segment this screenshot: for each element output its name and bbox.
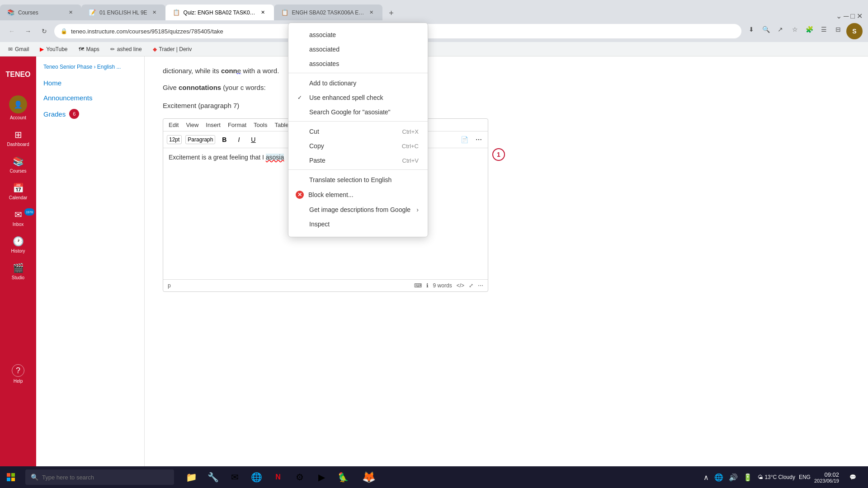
rte-underline-button[interactable]: U (248, 134, 259, 145)
rte-menu-tools[interactable]: Tools (252, 121, 269, 129)
menu-btn[interactable]: ☰ (817, 23, 830, 36)
ctx-enhanced-spell[interactable]: ✓ Use enhanced spell check (288, 90, 428, 105)
tab-courses[interactable]: 📚 Courses ✕ (0, 5, 81, 20)
close-btn[interactable]: ✕ (857, 12, 863, 20)
sidebar-item-dashboard[interactable]: ⊞ Dashboard (0, 125, 36, 151)
tab-english[interactable]: 📝 01 ENGLISH HL 9E ✕ (81, 5, 165, 20)
inspect-label: Inspect (309, 221, 330, 228)
taskbar-app-settings[interactable]: ⚙ (290, 467, 310, 487)
ctx-cut[interactable]: Cut Ctrl+X (288, 124, 428, 139)
rte-source-btn[interactable]: 📄 (459, 134, 470, 145)
taskbar-apps: 📁 🔧 ✉ 🌐 N ⚙ ▶ 🦜 (181, 467, 353, 487)
rte-menu-insert[interactable]: Insert (204, 121, 222, 129)
maximize-btn[interactable]: □ (850, 12, 855, 20)
paste-label: Paste (309, 157, 326, 164)
share-btn[interactable]: ↗ (774, 23, 787, 36)
ctx-paste[interactable]: Paste Ctrl+V (288, 153, 428, 168)
bookmark-ashed[interactable]: ✏ ashed line (108, 45, 145, 53)
sidebar-item-studio[interactable]: 🎬 Studio (0, 258, 36, 285)
bookmark-maps[interactable]: 🗺 Maps (76, 45, 102, 53)
rte-paragraph-select[interactable]: Paragraph (185, 135, 215, 144)
extension-btn[interactable]: 🧩 (803, 23, 816, 36)
bookmark-youtube[interactable]: ▶ YouTube (37, 45, 70, 53)
bookmark-btn[interactable]: ☆ (788, 23, 801, 36)
cut-shortcut: Ctrl+X (402, 128, 419, 135)
rte-more-btn[interactable]: ⋯ (473, 134, 484, 145)
taskbar-app-browser[interactable]: 🌐 (246, 467, 266, 487)
sidebar-item-inbox[interactable]: ✉ Inbox 1978 (0, 205, 36, 231)
bookmark-trader[interactable]: ◆ Trader | Deriv (150, 45, 195, 53)
history-label: History (11, 249, 25, 253)
taskbar-search-box[interactable]: 🔍 (25, 469, 174, 485)
taskbar-app-owl[interactable]: 🦜 (333, 467, 353, 487)
taskbar-clock[interactable]: 09:02 2023/06/19 (814, 471, 839, 483)
rte-font-size[interactable]: 12pt (167, 135, 182, 144)
notification-button[interactable]: 💬 (843, 467, 863, 487)
canvas-logo[interactable]: TENEO (5, 62, 31, 87)
sidebar-item-history[interactable]: 🕐 History (0, 231, 36, 258)
taskbar-app-filepicker[interactable]: 📁 (181, 467, 201, 487)
tray-speaker-icon[interactable]: 🔊 (727, 471, 740, 483)
start-button[interactable] (0, 466, 22, 488)
right-panel (841, 56, 868, 488)
tab-close-courses[interactable]: ✕ (67, 9, 74, 16)
ctx-search-google[interactable]: Search Google for "asosiate" (288, 105, 428, 119)
rte-italic-button[interactable]: I (233, 134, 244, 145)
rte-options-icon[interactable]: ⋯ (478, 282, 483, 289)
ctx-block-element[interactable]: ✕ Block element... (288, 187, 428, 202)
bookmark-gmail[interactable]: ✉ Gmail (5, 45, 32, 53)
tab-close-english[interactable]: ✕ (151, 9, 158, 16)
forward-button[interactable]: → (22, 25, 34, 38)
sidebar-item-account[interactable]: 👤 Account (0, 91, 36, 125)
sidebar-item-help[interactable]: ? Help (0, 360, 36, 388)
rte-menu-format[interactable]: Format (226, 121, 248, 129)
taskbar-app-netflix[interactable]: N (268, 467, 288, 487)
ctx-translate[interactable]: Translate selection to English (288, 173, 428, 187)
new-tab-button[interactable]: + (384, 6, 399, 20)
minimize-btn[interactable]: ─ (844, 12, 849, 20)
sidebar-toggle[interactable]: ⊟ (832, 23, 844, 36)
tab-quiz[interactable]: 📋 Quiz: ENGH SBA02 TASK006A EX... ✕ (165, 5, 274, 20)
ctx-suggest-associates[interactable]: associates (288, 56, 428, 71)
ctx-add-to-dictionary[interactable]: Add to dictionary (288, 76, 428, 90)
youtube-favicon: ▶ (40, 46, 44, 52)
ctx-suggest-associated[interactable]: associated (288, 42, 428, 56)
nav-link-grades-item[interactable]: Grades 6 (43, 109, 137, 119)
sidebar-item-courses[interactable]: 📚 Courses (0, 151, 36, 178)
refresh-button[interactable]: ↻ (38, 25, 51, 38)
rte-expand-icon[interactable]: ⤢ (469, 282, 473, 289)
rte-bold-button[interactable]: B (219, 134, 230, 145)
nav-link-announcements[interactable]: Announcements (43, 94, 137, 102)
svg-rect-2 (7, 478, 10, 481)
download-btn[interactable]: ⬇ (745, 23, 758, 36)
rte-menu-edit[interactable]: Edit (167, 121, 180, 129)
tab-close-exam[interactable]: ✕ (368, 9, 375, 16)
rte-menu-view[interactable]: View (184, 121, 200, 129)
nav-link-grades[interactable]: Grades (43, 110, 66, 118)
ctx-inspect[interactable]: Inspect (288, 217, 428, 231)
tray-expand-icon[interactable]: ∧ (702, 471, 711, 483)
ctx-copy[interactable]: Copy Ctrl+C (288, 139, 428, 153)
breadcrumb[interactable]: Teneo Senior Phase › English ... (43, 64, 137, 70)
taskbar-search-input[interactable] (42, 474, 169, 481)
tab-close-quiz[interactable]: ✕ (259, 9, 267, 16)
nav-link-home[interactable]: Home (43, 79, 137, 87)
tab-overflow-btn[interactable]: ⌄ (836, 12, 842, 20)
rte-keyboard-icon[interactable]: ⌨ (414, 282, 422, 289)
ctx-edit-section: Cut Ctrl+X Copy Ctrl+C Paste Ctrl+V (288, 122, 428, 170)
logo-text: TENEO (5, 70, 30, 79)
sidebar-item-calendar[interactable]: 📅 Calendar (0, 178, 36, 205)
profile-avatar[interactable]: S (846, 23, 863, 39)
tray-battery-icon[interactable]: 🔋 (741, 471, 754, 483)
ctx-suggest-associate[interactable]: associate (288, 28, 428, 42)
taskbar-app-tool[interactable]: 🔧 (203, 467, 223, 487)
rte-info-icon[interactable]: ℹ (426, 282, 429, 289)
search-btn[interactable]: 🔍 (760, 23, 772, 36)
tray-network-icon[interactable]: 🌐 (712, 471, 725, 483)
back-button[interactable]: ← (5, 25, 18, 38)
ctx-image-descriptions[interactable]: Get image descriptions from Google › (288, 202, 428, 217)
tab-exam[interactable]: 📋 ENGH SBA02 TASK006A EXAM 0... ✕ (274, 5, 382, 20)
taskbar-app-mail[interactable]: ✉ (225, 467, 245, 487)
rte-code-icon[interactable]: </> (457, 282, 464, 289)
taskbar-app-media[interactable]: ▶ (311, 467, 331, 487)
